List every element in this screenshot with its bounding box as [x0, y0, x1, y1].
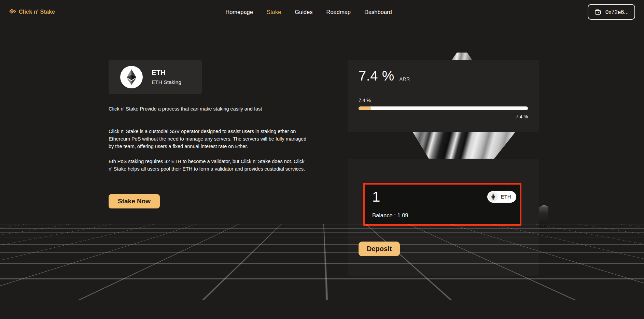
amount-input-box: ETH Balance : 1.09: [363, 183, 521, 226]
amount-input[interactable]: [372, 189, 447, 205]
token-select-pill[interactable]: ETH: [487, 191, 517, 203]
diamond-chevron-icon: [9, 8, 16, 16]
asset-icon-circle: [120, 66, 143, 88]
token-icon-circle: [488, 192, 498, 202]
nav-item-guides[interactable]: Guides: [295, 9, 312, 15]
brand-logo[interactable]: Click n' Stake: [9, 8, 55, 16]
ethereum-icon: [491, 193, 495, 200]
header: Click n' Stake Homepage Stake Guides Roa…: [0, 0, 644, 24]
asset-subtitle: ETH Staking: [152, 79, 181, 85]
wallet-icon: [594, 8, 602, 16]
wallet-address-button[interactable]: 0x72e6...: [588, 4, 635, 20]
metal-cube: [539, 205, 548, 227]
arr-label: ARR: [400, 76, 410, 82]
token-label: ETH: [501, 194, 512, 200]
arr-value: 7.4 %: [359, 68, 394, 84]
stake-now-button[interactable]: Stake Now: [109, 194, 160, 208]
wallet-address: 0x72e6...: [605, 9, 629, 15]
asset-card-text: ETH ETH Staking: [152, 69, 181, 85]
metal-gem-middle: [412, 132, 516, 159]
brand-name: Click n' Stake: [19, 9, 55, 15]
arr-progress-max-label: 7.4 %: [516, 114, 528, 119]
arr-progress-fill: [359, 106, 371, 110]
description-line-3: Eth PoS staking requires 32 ETH to becom…: [109, 158, 309, 173]
nav-item-dashboard[interactable]: Dashboard: [364, 9, 392, 15]
main-nav: Homepage Stake Guides Roadmap Dashboard: [225, 0, 392, 24]
ethereum-icon: [127, 69, 136, 85]
description-block: Click n' Stake Provide a process that ca…: [109, 105, 309, 173]
description-line-2: Click n' Stake is a custodial SSV operat…: [109, 128, 309, 150]
asset-card: ETH ETH Staking: [109, 60, 202, 94]
arr-head: 7.4 % ARR: [359, 68, 410, 84]
arr-card: 7.4 % ARR 7.4 % 7.4 %: [348, 60, 539, 132]
description-line-1: Click n' Stake Provide a process that ca…: [109, 105, 309, 113]
asset-symbol: ETH: [152, 69, 181, 77]
arr-progress-current-label: 7.4 %: [359, 98, 371, 103]
nav-item-stake[interactable]: Stake: [267, 9, 281, 15]
perspective-grid-background: [0, 224, 644, 300]
deposit-card: ETH Balance : 1.09 Deposit: [348, 159, 539, 276]
metal-gem-top-tip: [451, 53, 473, 60]
nav-item-roadmap[interactable]: Roadmap: [326, 9, 351, 15]
arr-progress-bar[interactable]: [359, 106, 528, 110]
balance-label: Balance : 1.09: [372, 212, 408, 219]
nav-item-homepage[interactable]: Homepage: [225, 9, 253, 15]
deposit-button[interactable]: Deposit: [359, 242, 400, 256]
